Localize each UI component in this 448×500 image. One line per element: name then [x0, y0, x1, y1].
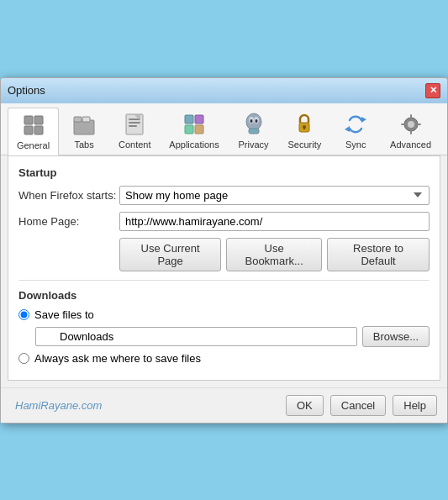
options-dialog: Options ✕ General: [0, 77, 448, 424]
tab-applications[interactable]: Applications: [160, 107, 228, 155]
tab-content-label: Content: [119, 139, 151, 150]
svg-rect-30: [410, 130, 412, 134]
title-bar: Options ✕: [1, 78, 447, 103]
startup-section-title: Startup: [18, 166, 430, 179]
content-area: Startup When Firefox starts: Show my hom…: [8, 155, 440, 381]
downloads-section-title: Downloads: [18, 289, 430, 302]
tab-general[interactable]: General: [8, 108, 59, 155]
svg-rect-4: [74, 120, 94, 134]
applications-icon: [181, 111, 208, 138]
svg-rect-29: [410, 114, 412, 118]
svg-rect-5: [74, 117, 82, 122]
security-icon: [291, 111, 318, 138]
tab-sync-label: Sync: [345, 139, 366, 150]
svg-rect-6: [82, 117, 90, 122]
advanced-icon: [398, 111, 424, 138]
svg-rect-9: [129, 122, 140, 124]
use-current-page-button[interactable]: Use Current Page: [119, 238, 221, 271]
content-icon: [121, 111, 148, 138]
homepage-row: Home Page:: [18, 212, 430, 231]
watermark: HamiRayane.com: [15, 399, 102, 412]
always-ask-row: Always ask me where to save files: [18, 352, 430, 365]
tab-tabs[interactable]: Tabs: [59, 107, 109, 155]
save-files-row: Save files to: [18, 308, 430, 321]
close-button[interactable]: ✕: [425, 83, 440, 98]
svg-rect-13: [195, 115, 203, 124]
help-button[interactable]: Help: [393, 395, 437, 416]
svg-rect-24: [303, 127, 305, 129]
svg-point-16: [246, 113, 261, 130]
save-files-label: Save files to: [34, 308, 94, 321]
tab-privacy[interactable]: Privacy: [229, 107, 279, 155]
downloads-path-input[interactable]: [35, 327, 357, 346]
svg-rect-31: [401, 124, 405, 125]
svg-rect-14: [185, 125, 193, 134]
use-bookmark-button[interactable]: Use Bookmark...: [226, 238, 322, 271]
svg-marker-25: [361, 117, 366, 123]
homepage-input[interactable]: [119, 212, 430, 231]
svg-rect-3: [34, 126, 43, 134]
homepage-buttons: Use Current Page Use Bookmark... Restore…: [119, 238, 430, 271]
tabs-icon: [71, 111, 98, 138]
downloads-path-row: Browse...: [35, 326, 430, 347]
browse-button[interactable]: Browse...: [362, 326, 430, 347]
always-ask-label: Always ask me where to save files: [34, 352, 201, 365]
general-icon: [20, 112, 47, 139]
section-divider: [18, 280, 430, 281]
downloads-path-wrapper: [35, 327, 357, 346]
svg-rect-0: [24, 116, 33, 124]
svg-rect-2: [24, 126, 33, 134]
svg-rect-21: [249, 129, 259, 134]
tab-security-label: Security: [288, 139, 322, 150]
privacy-icon: [240, 111, 267, 138]
tab-advanced[interactable]: Advanced: [381, 107, 440, 155]
tab-general-label: General: [17, 140, 50, 150]
svg-point-28: [408, 121, 414, 128]
when-firefox-starts-row: When Firefox starts: Show my home page: [18, 186, 430, 205]
sync-icon: [342, 111, 369, 138]
tab-advanced-label: Advanced: [390, 139, 431, 150]
svg-marker-26: [345, 126, 350, 132]
svg-rect-32: [417, 124, 421, 125]
when-firefox-starts-select[interactable]: Show my home page: [119, 186, 430, 205]
svg-rect-15: [195, 125, 203, 134]
toolbar: General Tabs: [1, 103, 447, 155]
when-firefox-starts-label: When Firefox starts:: [18, 189, 119, 202]
ok-button[interactable]: OK: [286, 395, 324, 416]
tab-applications-label: Applications: [169, 139, 219, 150]
svg-point-20: [255, 119, 257, 123]
tab-security[interactable]: Security: [279, 107, 331, 155]
save-files-radio[interactable]: [18, 309, 29, 320]
svg-rect-8: [129, 118, 140, 120]
always-ask-radio[interactable]: [18, 353, 29, 364]
tab-content[interactable]: Content: [109, 107, 160, 155]
svg-point-19: [250, 119, 252, 123]
svg-rect-12: [185, 115, 193, 124]
tab-tabs-label: Tabs: [74, 139, 93, 150]
restore-default-button[interactable]: Restore to Default: [327, 238, 430, 271]
tab-sync[interactable]: Sync: [330, 107, 381, 155]
svg-rect-10: [129, 125, 137, 127]
window-title: Options: [8, 84, 45, 97]
cancel-button[interactable]: Cancel: [330, 395, 386, 416]
tab-privacy-label: Privacy: [239, 139, 269, 150]
homepage-label: Home Page:: [18, 215, 119, 228]
svg-rect-1: [34, 116, 43, 124]
